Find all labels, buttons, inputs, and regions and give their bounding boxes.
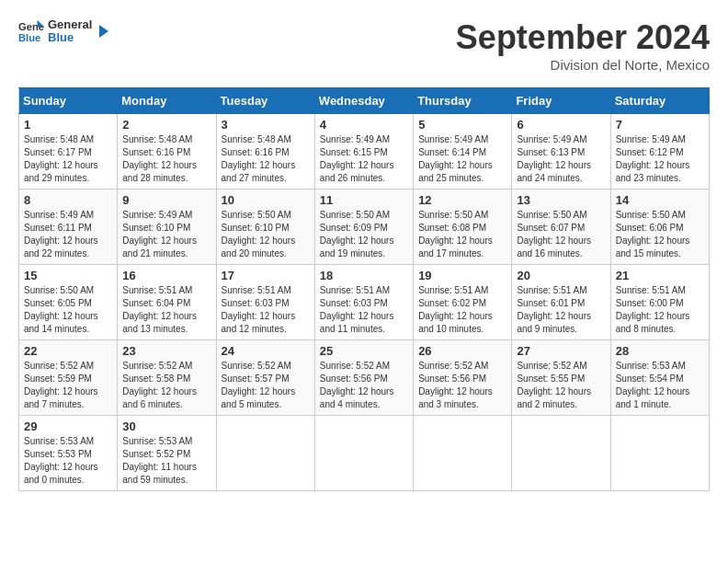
calendar-week-row: 29Sunrise: 5:53 AM Sunset: 5:53 PM Dayli… <box>19 416 710 491</box>
table-row: 27Sunrise: 5:52 AM Sunset: 5:55 PM Dayli… <box>512 340 610 416</box>
table-row: 20Sunrise: 5:51 AM Sunset: 6:01 PM Dayli… <box>512 265 610 340</box>
cell-content: Sunrise: 5:51 AM Sunset: 6:03 PM Dayligh… <box>320 284 408 336</box>
day-number: 21 <box>616 269 704 282</box>
col-friday: Friday <box>512 88 610 114</box>
day-number: 6 <box>517 118 605 132</box>
cell-content: Sunrise: 5:49 AM Sunset: 6:15 PM Dayligh… <box>320 133 408 185</box>
table-row: 11Sunrise: 5:50 AM Sunset: 6:09 PM Dayli… <box>314 190 413 265</box>
col-wednesday: Wednesday <box>314 88 413 114</box>
table-row <box>216 416 314 491</box>
day-number: 4 <box>320 118 408 132</box>
day-number: 29 <box>24 419 112 433</box>
table-row: 15Sunrise: 5:50 AM Sunset: 6:05 PM Dayli… <box>19 265 118 340</box>
table-row <box>414 416 512 491</box>
month-title: September 2024 <box>456 18 710 57</box>
title-block: September 2024 Division del Norte, Mexic… <box>456 18 710 73</box>
cell-content: Sunrise: 5:50 AM Sunset: 6:10 PM Dayligh… <box>222 209 310 260</box>
cell-content: Sunrise: 5:49 AM Sunset: 6:11 PM Dayligh… <box>24 209 112 260</box>
calendar-table: Sunday Monday Tuesday Wednesday Thursday… <box>18 87 710 491</box>
cell-content: Sunrise: 5:52 AM Sunset: 5:55 PM Dayligh… <box>517 360 605 411</box>
table-row: 10Sunrise: 5:50 AM Sunset: 6:10 PM Dayli… <box>216 190 314 265</box>
cell-content: Sunrise: 5:49 AM Sunset: 6:12 PM Dayligh… <box>616 133 704 185</box>
day-number: 16 <box>122 269 210 282</box>
location-subtitle: Division del Norte, Mexico <box>456 57 710 73</box>
table-row: 5Sunrise: 5:49 AM Sunset: 6:14 PM Daylig… <box>414 114 512 190</box>
cell-content: Sunrise: 5:50 AM Sunset: 6:06 PM Dayligh… <box>616 209 704 260</box>
logo-icon: General Blue <box>18 18 44 44</box>
day-number: 18 <box>320 269 408 282</box>
cell-content: Sunrise: 5:49 AM Sunset: 6:13 PM Dayligh… <box>517 133 605 185</box>
cell-content: Sunrise: 5:52 AM Sunset: 5:57 PM Dayligh… <box>222 360 310 411</box>
table-row: 18Sunrise: 5:51 AM Sunset: 6:03 PM Dayli… <box>314 265 413 340</box>
cell-content: Sunrise: 5:52 AM Sunset: 5:56 PM Dayligh… <box>418 360 506 411</box>
logo: General Blue General Blue <box>18 18 112 45</box>
cell-content: Sunrise: 5:52 AM Sunset: 5:56 PM Dayligh… <box>320 360 408 411</box>
cell-content: Sunrise: 5:53 AM Sunset: 5:53 PM Dayligh… <box>24 435 112 487</box>
day-number: 17 <box>222 269 310 282</box>
day-number: 8 <box>24 193 112 207</box>
cell-content: Sunrise: 5:50 AM Sunset: 6:09 PM Dayligh… <box>320 209 408 260</box>
svg-text:Blue: Blue <box>18 32 40 43</box>
day-number: 24 <box>222 344 310 358</box>
day-number: 7 <box>616 118 704 132</box>
day-number: 1 <box>24 118 112 132</box>
cell-content: Sunrise: 5:50 AM Sunset: 6:08 PM Dayligh… <box>418 209 506 260</box>
cell-content: Sunrise: 5:51 AM Sunset: 6:04 PM Dayligh… <box>122 284 210 336</box>
table-row: 29Sunrise: 5:53 AM Sunset: 5:53 PM Dayli… <box>19 416 118 491</box>
calendar-week-row: 1Sunrise: 5:48 AM Sunset: 6:17 PM Daylig… <box>19 114 710 190</box>
day-number: 13 <box>517 193 605 207</box>
cell-content: Sunrise: 5:48 AM Sunset: 6:17 PM Dayligh… <box>24 133 112 185</box>
svg-marker-3 <box>99 25 108 38</box>
cell-content: Sunrise: 5:50 AM Sunset: 6:07 PM Dayligh… <box>517 209 605 260</box>
day-number: 9 <box>122 193 210 207</box>
logo-blue: Blue <box>48 31 92 44</box>
table-row: 3Sunrise: 5:48 AM Sunset: 6:16 PM Daylig… <box>216 114 314 190</box>
table-row: 24Sunrise: 5:52 AM Sunset: 5:57 PM Dayli… <box>216 340 314 416</box>
cell-content: Sunrise: 5:53 AM Sunset: 5:54 PM Dayligh… <box>616 360 704 411</box>
cell-content: Sunrise: 5:48 AM Sunset: 6:16 PM Dayligh… <box>222 133 310 185</box>
table-row <box>512 416 610 491</box>
table-row: 7Sunrise: 5:49 AM Sunset: 6:12 PM Daylig… <box>610 114 709 190</box>
col-monday: Monday <box>118 88 216 114</box>
day-number: 20 <box>517 269 605 282</box>
table-row: 1Sunrise: 5:48 AM Sunset: 6:17 PM Daylig… <box>19 114 118 190</box>
day-number: 15 <box>24 269 112 282</box>
day-number: 5 <box>418 118 506 132</box>
table-row: 28Sunrise: 5:53 AM Sunset: 5:54 PM Dayli… <box>610 340 709 416</box>
logo-arrow-icon <box>96 23 112 40</box>
cell-content: Sunrise: 5:50 AM Sunset: 6:05 PM Dayligh… <box>24 284 112 336</box>
cell-content: Sunrise: 5:49 AM Sunset: 6:10 PM Dayligh… <box>122 209 210 260</box>
table-row: 21Sunrise: 5:51 AM Sunset: 6:00 PM Dayli… <box>610 265 709 340</box>
calendar-header-row: Sunday Monday Tuesday Wednesday Thursday… <box>19 88 710 114</box>
calendar-week-row: 15Sunrise: 5:50 AM Sunset: 6:05 PM Dayli… <box>19 265 710 340</box>
cell-content: Sunrise: 5:51 AM Sunset: 6:03 PM Dayligh… <box>222 284 310 336</box>
day-number: 26 <box>418 344 506 358</box>
table-row: 12Sunrise: 5:50 AM Sunset: 6:08 PM Dayli… <box>414 190 512 265</box>
day-number: 14 <box>616 193 704 207</box>
day-number: 19 <box>418 269 506 282</box>
calendar-week-row: 22Sunrise: 5:52 AM Sunset: 5:59 PM Dayli… <box>19 340 710 416</box>
table-row: 6Sunrise: 5:49 AM Sunset: 6:13 PM Daylig… <box>512 114 610 190</box>
day-number: 2 <box>122 118 210 132</box>
table-row: 9Sunrise: 5:49 AM Sunset: 6:10 PM Daylig… <box>118 190 216 265</box>
day-number: 28 <box>616 344 704 358</box>
table-row: 8Sunrise: 5:49 AM Sunset: 6:11 PM Daylig… <box>19 190 118 265</box>
day-number: 27 <box>517 344 605 358</box>
cell-content: Sunrise: 5:51 AM Sunset: 6:01 PM Dayligh… <box>517 284 605 336</box>
table-row <box>314 416 413 491</box>
cell-content: Sunrise: 5:51 AM Sunset: 6:02 PM Dayligh… <box>418 284 506 336</box>
page-header: General Blue General Blue September 2024… <box>18 18 710 73</box>
col-tuesday: Tuesday <box>216 88 314 114</box>
day-number: 23 <box>122 344 210 358</box>
day-number: 25 <box>320 344 408 358</box>
table-row: 17Sunrise: 5:51 AM Sunset: 6:03 PM Dayli… <box>216 265 314 340</box>
cell-content: Sunrise: 5:52 AM Sunset: 5:58 PM Dayligh… <box>122 360 210 411</box>
table-row: 13Sunrise: 5:50 AM Sunset: 6:07 PM Dayli… <box>512 190 610 265</box>
table-row: 30Sunrise: 5:53 AM Sunset: 5:52 PM Dayli… <box>118 416 216 491</box>
day-number: 22 <box>24 344 112 358</box>
cell-content: Sunrise: 5:53 AM Sunset: 5:52 PM Dayligh… <box>122 435 210 487</box>
table-row: 25Sunrise: 5:52 AM Sunset: 5:56 PM Dayli… <box>314 340 413 416</box>
col-thursday: Thursday <box>414 88 512 114</box>
table-row: 14Sunrise: 5:50 AM Sunset: 6:06 PM Dayli… <box>610 190 709 265</box>
logo-general: General <box>48 18 92 31</box>
